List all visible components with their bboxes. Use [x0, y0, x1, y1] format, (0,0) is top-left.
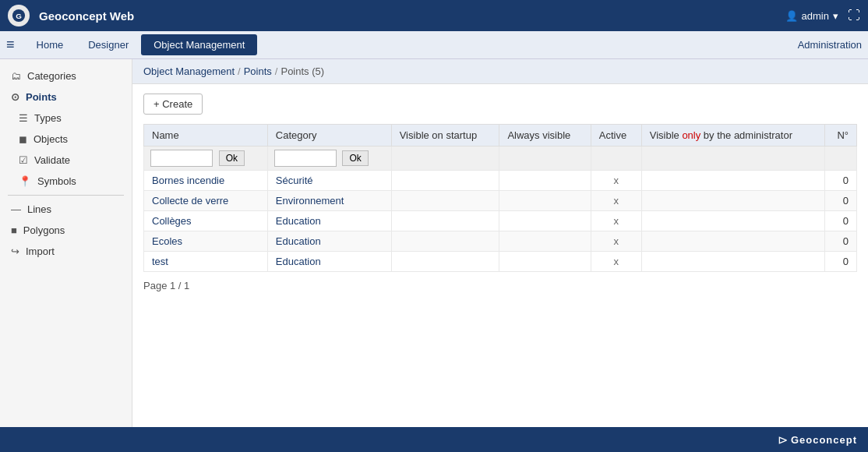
cell-always-visible: [499, 191, 591, 211]
geoconcept-logo-icon: ⊳: [778, 433, 788, 447]
check-square-icon: ☑: [19, 154, 28, 166]
cube-icon: ◼: [19, 133, 27, 145]
breadcrumb-sep-2: /: [275, 65, 278, 77]
data-table: Name Category Visible on startup Always …: [143, 124, 857, 272]
filter-name-cell: Ok: [144, 147, 268, 171]
arrow-import-icon: ↪: [11, 245, 19, 257]
table-row[interactable]: Bornes incendie Sécurité x 0: [144, 171, 857, 191]
cell-admin-only: [641, 211, 824, 231]
table-row[interactable]: Collecte de verre Environnement x 0: [144, 191, 857, 211]
filter-visible-startup-cell: [391, 147, 499, 171]
cell-name[interactable]: Ecoles: [144, 231, 268, 252]
sidebar-label-validate: Validate: [34, 154, 70, 166]
cell-visible-startup: [391, 252, 499, 272]
cell-number: 0: [824, 211, 856, 231]
geoconcept-logo-text: Geoconcept: [791, 434, 857, 446]
sidebar-item-points[interactable]: ⊙ Points: [0, 87, 132, 108]
breadcrumb-sep-1: /: [238, 65, 241, 77]
col-always-visible: Always visible: [499, 125, 591, 147]
sidebar: 🗂 Categories ⊙ Points ☰ Types ◼ Objects …: [0, 59, 132, 427]
expand-icon[interactable]: ⛶: [848, 9, 860, 23]
app-logo: G: [8, 5, 30, 26]
table-row[interactable]: test Education x 0: [144, 252, 857, 272]
sidebar-label-types: Types: [34, 112, 62, 124]
nav-home[interactable]: Home: [24, 34, 76, 55]
sidebar-item-import[interactable]: ↪ Import: [0, 241, 132, 262]
filter-number-cell: [824, 147, 856, 171]
user-icon: 👤: [785, 10, 798, 22]
cell-active: x: [591, 252, 641, 272]
table-row[interactable]: Collèges Education x 0: [144, 211, 857, 231]
sidebar-item-types[interactable]: ☰ Types: [0, 108, 132, 129]
sidebar-item-lines[interactable]: — Lines: [0, 199, 132, 220]
breadcrumb: Object Management / Points / Points (5): [132, 59, 868, 84]
folder-icon: 🗂: [11, 70, 21, 82]
breadcrumb-object-management[interactable]: Object Management: [143, 65, 235, 77]
filter-admin-only-cell: [641, 147, 824, 171]
col-visible-startup: Visible on startup: [391, 125, 499, 147]
filter-category-ok-button[interactable]: Ok: [342, 150, 368, 166]
nav-object-management[interactable]: Object Management: [141, 34, 257, 55]
breadcrumb-points[interactable]: Points: [244, 65, 272, 77]
table-header-row: Name Category Visible on startup Always …: [144, 125, 857, 147]
pagination: Page 1 / 1: [143, 272, 857, 299]
filter-category-input[interactable]: [274, 150, 337, 167]
hamburger-icon[interactable]: ≡: [6, 37, 15, 53]
cell-category: Education: [267, 252, 391, 272]
sidebar-item-objects[interactable]: ◼ Objects: [0, 129, 132, 150]
cell-category: Education: [267, 231, 391, 252]
footer: ⊳ Geoconcept: [0, 427, 868, 452]
cell-active: x: [591, 231, 641, 252]
cell-name[interactable]: Collèges: [144, 211, 268, 231]
cell-active: x: [591, 211, 641, 231]
sidebar-item-categories[interactable]: 🗂 Categories: [0, 65, 132, 87]
topbar-right: 👤 admin ▾ ⛶: [785, 9, 860, 23]
sidebar-item-symbols[interactable]: 📍 Symbols: [0, 171, 132, 192]
filter-active-cell: [591, 147, 641, 171]
cell-visible-startup: [391, 191, 499, 211]
nav-administration[interactable]: Administration: [798, 39, 862, 51]
sidebar-label-symbols: Symbols: [37, 175, 76, 187]
sidebar-label-categories: Categories: [27, 70, 76, 82]
cell-always-visible: [499, 171, 591, 191]
sidebar-label-points: Points: [26, 91, 57, 103]
breadcrumb-current: Points (5): [281, 65, 324, 77]
circle-dot-icon: ⊙: [11, 91, 19, 103]
cell-always-visible: [499, 252, 591, 272]
sidebar-divider-1: [8, 195, 124, 196]
user-menu[interactable]: 👤 admin ▾: [785, 10, 838, 22]
sidebar-label-polygons: Polygons: [23, 224, 65, 236]
col-name: Name: [144, 125, 268, 147]
nav-designer[interactable]: Designer: [76, 34, 141, 55]
table-body: Bornes incendie Sécurité x 0 Collecte de…: [144, 171, 857, 272]
filter-always-visible-cell: [499, 147, 591, 171]
table-row[interactable]: Ecoles Education x 0: [144, 231, 857, 252]
cell-visible-startup: [391, 211, 499, 231]
sidebar-item-polygons[interactable]: ■ Polygons: [0, 220, 132, 241]
create-button[interactable]: + Create: [143, 94, 203, 115]
sidebar-label-lines: Lines: [27, 203, 51, 215]
cell-admin-only: [641, 252, 824, 272]
col-admin-only: Visible only by the administrator: [641, 125, 824, 147]
content-body: + Create Name Category Visible on startu…: [132, 84, 868, 309]
cell-number: 0: [824, 191, 856, 211]
cell-category: Sécurité: [267, 171, 391, 191]
col-active: Active: [591, 125, 641, 147]
svg-text:G: G: [16, 12, 22, 20]
cell-name[interactable]: test: [144, 252, 268, 272]
pagination-label: Page 1 / 1: [143, 280, 189, 291]
cell-number: 0: [824, 171, 856, 191]
filter-name-input[interactable]: [150, 150, 213, 167]
cell-name[interactable]: Collecte de verre: [144, 191, 268, 211]
sidebar-label-import: Import: [26, 245, 55, 257]
cell-always-visible: [499, 231, 591, 252]
username-label: admin: [802, 10, 829, 22]
col-number: N°: [824, 125, 856, 147]
sidebar-item-validate[interactable]: ☑ Validate: [0, 150, 132, 171]
cell-name[interactable]: Bornes incendie: [144, 171, 268, 191]
highlight-only: only: [682, 129, 700, 141]
table-filter-row: Ok Ok: [144, 147, 857, 171]
pin-icon: 📍: [19, 175, 31, 187]
navbar: ≡ Home Designer Object Management Admini…: [0, 31, 868, 59]
filter-name-ok-button[interactable]: Ok: [219, 150, 245, 166]
